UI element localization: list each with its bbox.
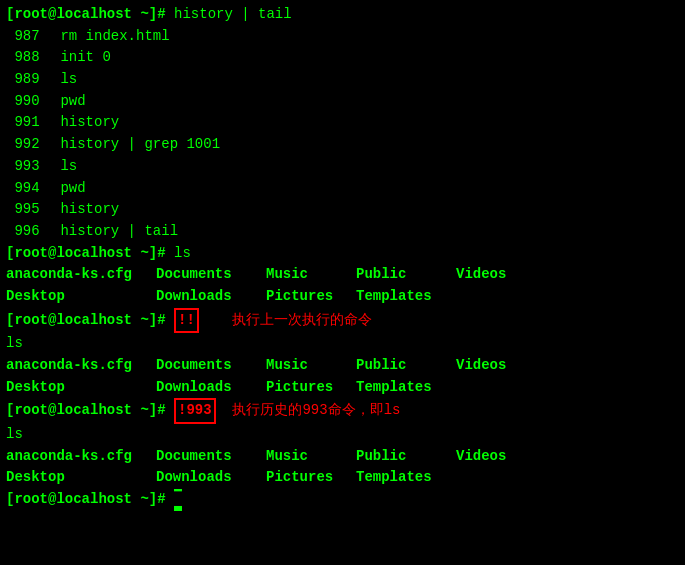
history-996: 996 history | tail [6,221,679,243]
history-988: 988 init 0 [6,47,679,69]
ls-output-3b: DesktopDownloadsPicturesTemplates [6,467,679,489]
ls-cmd-1: [root@localhost ~]# ls [6,243,679,265]
ls-plain-2: ls [6,424,679,446]
bang-bang-cmd: !! [174,308,199,334]
history-993: 993 ls [6,156,679,178]
history-990: 990 pwd [6,91,679,113]
terminal: [root@localhost ~]# history | tail 987 r… [6,4,679,561]
ls-output-2a: anaconda-ks.cfgDocumentsMusicPublicVideo… [6,355,679,377]
bang-993-cmd: !993 [174,398,216,424]
final-prompt: [root@localhost ~]# █ [6,489,679,511]
ls-output-1a: anaconda-ks.cfgDocumentsMusicPublicVideo… [6,264,679,286]
line-1: [root@localhost ~]# history | tail [6,4,679,26]
ls-output-2b: DesktopDownloadsPicturesTemplates [6,377,679,399]
cmd: history | tail [174,4,292,26]
history-991: 991 history [6,112,679,134]
history-989: 989 ls [6,69,679,91]
bang-bang-line: [root@localhost ~]# !! 执行上一次执行的命令 [6,308,679,334]
ls-output-3a: anaconda-ks.cfgDocumentsMusicPublicVideo… [6,446,679,468]
history-995: 995 history [6,199,679,221]
cursor: █ [174,489,182,511]
history-987: 987 rm index.html [6,26,679,48]
ls-output-1b: DesktopDownloadsPicturesTemplates [6,286,679,308]
history-992: 992 history | grep 1001 [6,134,679,156]
history-994: 994 pwd [6,178,679,200]
prompt: [root@localhost ~]# [6,4,174,26]
bang-993-line: [root@localhost ~]# !993 执行历史的993命令，即ls [6,398,679,424]
ls-plain-1: ls [6,333,679,355]
